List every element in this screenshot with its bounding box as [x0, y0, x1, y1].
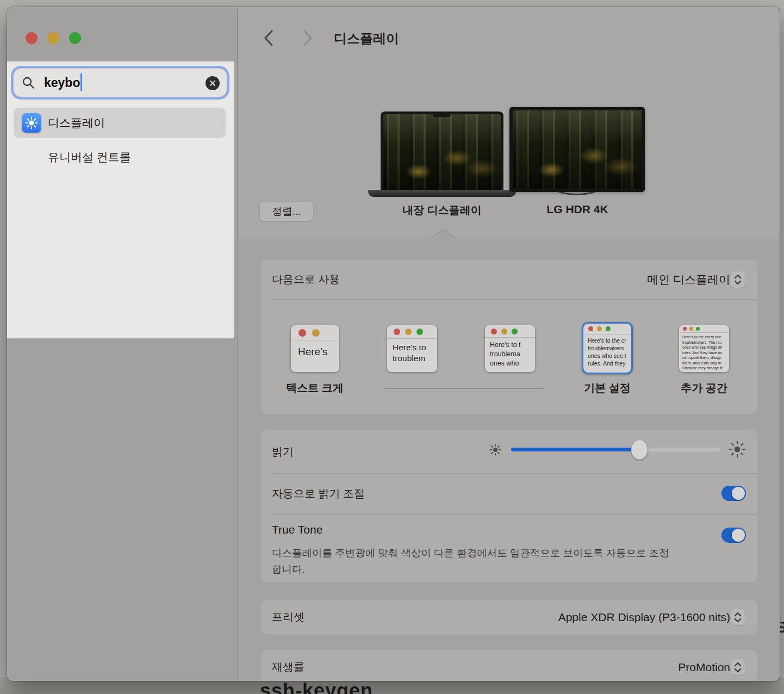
caption-default: 기본 설정 [569, 381, 645, 395]
mini-zoom-dot [416, 329, 423, 335]
sun-icon [24, 116, 39, 130]
mini-text: Here's to troublem [387, 339, 437, 364]
sidebar: keybo [7, 7, 238, 681]
refresh-rate-label: 재생률 [272, 650, 304, 681]
text-cursor [80, 73, 82, 91]
refresh-rate-popup-button[interactable] [731, 659, 745, 676]
search-results-panel: keybo [7, 61, 234, 339]
arrange-button[interactable]: 정렬... [260, 202, 313, 221]
caption-more-space: 추가 공간 [666, 381, 742, 395]
search-icon [22, 76, 35, 90]
mini-text: Here's to the cr troublemakers. ones who… [583, 334, 631, 367]
use-as-label: 다음으로 사용 [272, 259, 340, 299]
back-button[interactable] [260, 29, 277, 47]
mini-minimize-dot [312, 329, 320, 337]
brightness-low-icon [488, 443, 502, 457]
mini-titlebar [291, 325, 339, 340]
toggle-knob [732, 487, 745, 500]
minimize-button[interactable] [47, 32, 59, 44]
mini-titlebar [583, 324, 631, 334]
search-result-label: 디스플레이 [48, 108, 105, 138]
monitor-wallpaper [513, 110, 642, 189]
mini-close-dot [491, 329, 497, 334]
chevron-left-icon [263, 29, 274, 47]
page-title: 디스플레이 [334, 30, 399, 47]
scaling-option-3[interactable]: Here's to t troublema ones who [485, 325, 535, 372]
mini-minimize-dot [689, 327, 693, 331]
mini-window: Here's to the cr troublemakers. ones who… [583, 324, 631, 373]
mini-text: Here's to the crazy one troublemakers. T… [679, 333, 729, 371]
preset-popup-button[interactable] [731, 609, 745, 625]
use-as-value: 메인 디스플레이 [647, 259, 730, 299]
mini-zoom-dot [512, 329, 518, 334]
section-divider [238, 238, 780, 238]
background-terminal-text: ssh-keygen [260, 679, 373, 694]
mini-minimize-dot [501, 329, 507, 334]
use-as-popup-button[interactable] [731, 271, 745, 288]
scaling-option-default-selected[interactable]: Here's to the cr troublemakers. ones who… [582, 322, 633, 374]
use-as-card: 다음으로 사용 메인 디스플레이 Here's [261, 259, 757, 414]
mini-zoom-dot [696, 327, 700, 331]
close-icon [209, 80, 216, 86]
scaling-option-more-space[interactable]: Here's to the crazy one troublemakers. T… [679, 325, 729, 372]
brightness-high-icon [727, 439, 747, 459]
search-result-label: 유니버설 컨트롤 [48, 146, 131, 169]
clear-search-button[interactable] [206, 76, 220, 90]
main-header-area [238, 7, 780, 238]
search-result-universal-control[interactable]: 유니버설 컨트롤 [14, 146, 226, 169]
forward-button[interactable] [300, 29, 316, 47]
mini-titlebar [485, 325, 535, 338]
selected-display-pointer [431, 229, 455, 238]
laptop-notch [433, 114, 451, 117]
mini-close-dot [683, 327, 687, 331]
close-button[interactable] [26, 32, 38, 44]
search-input-value: keybo [44, 69, 82, 98]
true-tone-toggle[interactable] [721, 528, 746, 543]
chevron-right-icon [302, 29, 313, 47]
brightness-label: 밝기 [272, 430, 294, 473]
true-tone-description: 디스플레이를 주변광에 맞춰 색상이 다른 환경에서도 일관적으로 보이도록 자… [272, 545, 677, 578]
mini-zoom-dot [606, 326, 611, 331]
preset-label: 프리셋 [272, 600, 304, 634]
mini-text: Here's to t troublema ones who [485, 338, 535, 368]
mini-titlebar [387, 325, 437, 339]
mini-close-dot [298, 329, 306, 337]
divider [272, 514, 757, 515]
refresh-rate-value: ProMotion [678, 650, 730, 681]
brightness-slider[interactable] [511, 448, 720, 451]
caption-larger-text: 텍스트 크게 [277, 381, 353, 395]
chevron-up-down-icon [733, 274, 743, 286]
auto-brightness-label: 자동으로 밝기 조절 [272, 473, 365, 514]
chevron-up-down-icon [733, 611, 743, 623]
mini-minimize-dot [597, 326, 602, 331]
brightness-card: 밝기 [261, 430, 757, 583]
brightness-slider-thumb[interactable] [631, 440, 648, 460]
refresh-rate-card: 재생률 ProMotion [261, 650, 757, 681]
system-settings-window: keybo [7, 7, 780, 681]
auto-brightness-toggle[interactable] [721, 486, 746, 501]
toggle-knob [732, 529, 745, 542]
mini-minimize-dot [405, 329, 412, 335]
true-tone-label: True Tone [272, 523, 322, 536]
search-result-displays[interactable]: 디스플레이 [14, 108, 226, 138]
mini-titlebar [679, 325, 729, 333]
display-app-icon [22, 113, 41, 133]
scaling-option-larger-text[interactable]: Here's [291, 325, 339, 372]
search-input[interactable]: keybo [13, 68, 227, 97]
scaling-option-2[interactable]: Here's to troublem [387, 325, 437, 372]
mini-close-dot [394, 329, 400, 335]
preset-card: 프리셋 Apple XDR Display (P3-1600 nits) [261, 600, 757, 634]
caption-connector-line [384, 388, 545, 389]
builtin-display-label: 내장 디스플레이 [382, 203, 502, 218]
brightness-slider-fill [511, 448, 639, 451]
divider [272, 299, 757, 300]
preset-value: Apple XDR Display (P3-1600 nits) [558, 600, 730, 634]
laptop-base [368, 190, 516, 197]
zoom-button[interactable] [69, 32, 81, 44]
builtin-display-thumbnail[interactable] [381, 111, 503, 190]
external-display-label: LG HDR 4K [523, 203, 632, 216]
external-display-thumbnail[interactable] [509, 107, 645, 192]
chevron-up-down-icon [733, 661, 743, 673]
screen: ssh-keygen S keybo [0, 0, 784, 694]
mini-close-dot [588, 326, 593, 331]
